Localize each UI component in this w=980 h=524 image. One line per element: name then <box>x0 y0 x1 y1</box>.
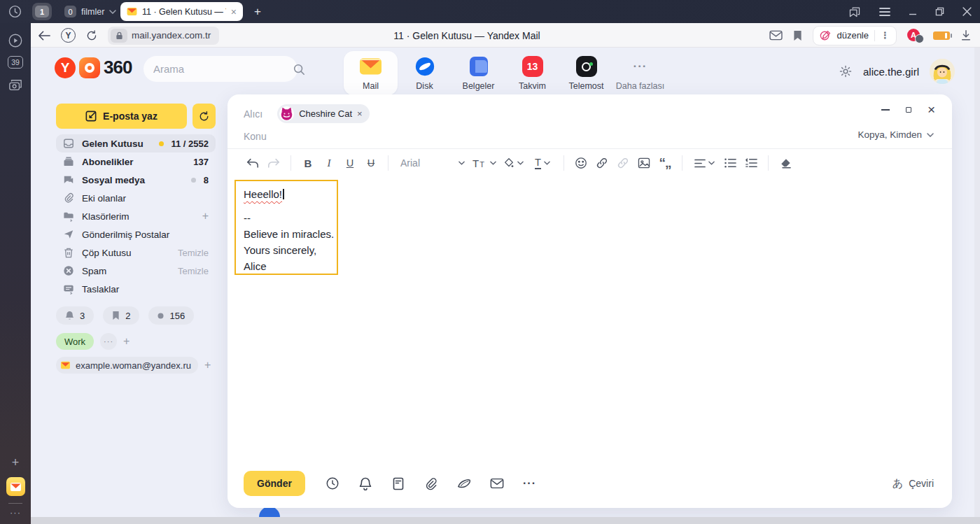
undo-button[interactable] <box>242 153 263 173</box>
edit-menu-icon[interactable]: ⋮ <box>881 30 890 41</box>
linked-account[interactable]: example.woman@yandex.ru <box>56 357 198 374</box>
numbered-list-button[interactable] <box>741 153 762 173</box>
rail-add-button[interactable]: + <box>0 455 31 470</box>
pinned-pill[interactable]: 156 <box>148 306 194 325</box>
reminders-pill[interactable]: 3 <box>56 306 94 325</box>
tab-group-indicator[interactable]: 1 <box>32 3 52 20</box>
folder-drafts[interactable]: Taslaklar <box>56 280 216 298</box>
text-color-button[interactable]: T <box>528 153 557 173</box>
align-button[interactable] <box>689 153 720 173</box>
label-work[interactable]: Work <box>56 333 94 350</box>
refresh-icon[interactable] <box>85 29 98 42</box>
send-as-email-icon[interactable] <box>490 478 504 489</box>
mail-notify-icon[interactable] <box>769 30 783 41</box>
folder-spam[interactable]: Spam Temizle <box>56 262 216 280</box>
tab-collection[interactable]: 0 filmler <box>59 3 122 20</box>
battery-icon[interactable] <box>933 31 950 40</box>
tabs-counter-badge[interactable]: 39 <box>0 56 31 69</box>
attach-file-icon[interactable] <box>424 477 438 490</box>
send-button[interactable]: Gönder <box>244 471 305 496</box>
bookmarks-pill[interactable]: 2 <box>103 306 139 325</box>
compose-minimize-icon[interactable] <box>881 109 890 111</box>
yandex-button[interactable]: Y <box>61 28 76 43</box>
clear-trash-button[interactable]: Temizle <box>178 248 209 258</box>
refresh-mail-button[interactable] <box>192 104 216 129</box>
service-calendar[interactable]: 13 Takvim <box>505 51 559 95</box>
folder-sent[interactable]: Gönderilmiş Postalar <box>56 225 216 243</box>
folder-subscriptions[interactable]: Abonelikler 137 <box>56 153 216 171</box>
new-tab-button[interactable]: + <box>249 3 266 20</box>
italic-button[interactable]: I <box>318 153 340 173</box>
extension-icon[interactable]: A <box>907 28 923 43</box>
service-docs[interactable]: Belgeler <box>451 51 505 95</box>
active-tab[interactable]: 11 · Gelen Kutusu — Yan × <box>120 2 243 21</box>
folder-my-folders[interactable]: Klasörlerim + <box>56 207 216 225</box>
add-folder-button[interactable]: + <box>202 210 209 222</box>
edit-button[interactable]: düzenle ⋮ <box>813 26 897 45</box>
search-bar[interactable] <box>144 56 298 82</box>
emoji-button[interactable] <box>570 153 592 173</box>
service-disk[interactable]: Disk <box>398 51 451 95</box>
message-body-highlight[interactable]: Heeello! -- Believe in miracles. Yours s… <box>234 180 338 275</box>
highlight-color-button[interactable] <box>498 153 528 173</box>
window-minimize-icon[interactable] <box>909 8 917 16</box>
remove-recipient-icon[interactable]: × <box>357 108 363 119</box>
recipient-row[interactable]: Alıcı Cheshire Cat × <box>244 104 370 123</box>
bold-button[interactable]: B <box>298 153 318 173</box>
screenshot-icon[interactable] <box>0 78 31 92</box>
bookmark-icon[interactable] <box>793 30 802 41</box>
schedule-send-icon[interactable] <box>326 476 340 490</box>
menu-icon[interactable] <box>879 8 890 16</box>
subject-input[interactable] <box>244 131 664 142</box>
template-icon[interactable] <box>391 477 405 490</box>
address-bar[interactable]: mail.yandex.com.tr <box>108 27 219 45</box>
folder-trash[interactable]: Çöp Kutusu Temizle <box>56 243 216 262</box>
page-scrollbar[interactable] <box>974 48 980 524</box>
link-button[interactable] <box>592 153 612 173</box>
tab-close-icon[interactable]: × <box>231 6 237 17</box>
cc-from-toggle[interactable]: Kopya, Kimden <box>858 129 934 140</box>
compose-close-icon[interactable]: × <box>927 103 935 116</box>
search-icon[interactable] <box>293 63 305 76</box>
video-play-icon[interactable] <box>0 33 31 48</box>
insert-image-button[interactable] <box>634 153 654 173</box>
download-icon[interactable] <box>960 29 972 41</box>
more-options-button[interactable]: ··· <box>523 477 536 490</box>
add-label-button[interactable]: + <box>123 335 130 348</box>
folder-social[interactable]: Sosyal medya 8 <box>56 171 216 189</box>
history-icon[interactable] <box>8 4 22 19</box>
side-panel-icon[interactable] <box>848 6 861 17</box>
search-input[interactable] <box>153 63 293 75</box>
clear-spam-button[interactable]: Temizle <box>178 266 209 276</box>
font-family-select[interactable]: Arial <box>395 157 468 169</box>
service-mail[interactable]: Mail <box>344 51 398 95</box>
translate-button[interactable]: あ Çeviri <box>892 477 934 490</box>
mail-app-icon[interactable] <box>0 477 31 496</box>
subject-row[interactable] <box>244 130 664 143</box>
redo-button[interactable] <box>263 153 284 173</box>
user-avatar[interactable] <box>930 59 955 84</box>
folder-attachments[interactable]: Eki olanlar <box>56 189 216 207</box>
back-icon[interactable] <box>38 30 51 41</box>
strikethrough-button[interactable]: U <box>360 153 382 173</box>
unlink-button[interactable] <box>612 153 634 173</box>
lock-icon[interactable] <box>111 29 127 43</box>
add-account-button[interactable]: + <box>204 359 211 371</box>
underline-button[interactable]: U <box>340 153 360 173</box>
font-size-select[interactable]: TT <box>468 153 498 173</box>
compose-button[interactable]: E-posta yaz <box>56 104 187 129</box>
recipient-chip[interactable]: Cheshire Cat × <box>277 104 369 123</box>
settings-gear-icon[interactable] <box>839 64 853 78</box>
notify-bell-icon[interactable] <box>358 476 372 490</box>
compose-maximize-icon[interactable] <box>906 107 911 113</box>
bullet-list-button[interactable] <box>720 153 741 173</box>
quote-button[interactable]: “„ <box>654 153 676 173</box>
yandex-360-logo[interactable]: Y 360 <box>55 57 132 78</box>
labels-more-button[interactable]: ··· <box>100 333 117 350</box>
window-close-icon[interactable] <box>962 7 972 16</box>
attach-from-disk-icon[interactable] <box>457 478 471 489</box>
service-telemost[interactable]: Telemost <box>559 51 613 95</box>
rail-more-button[interactable]: ··· <box>0 507 31 518</box>
username[interactable]: alice.the.girl <box>863 66 919 78</box>
window-restore-icon[interactable] <box>935 7 944 16</box>
